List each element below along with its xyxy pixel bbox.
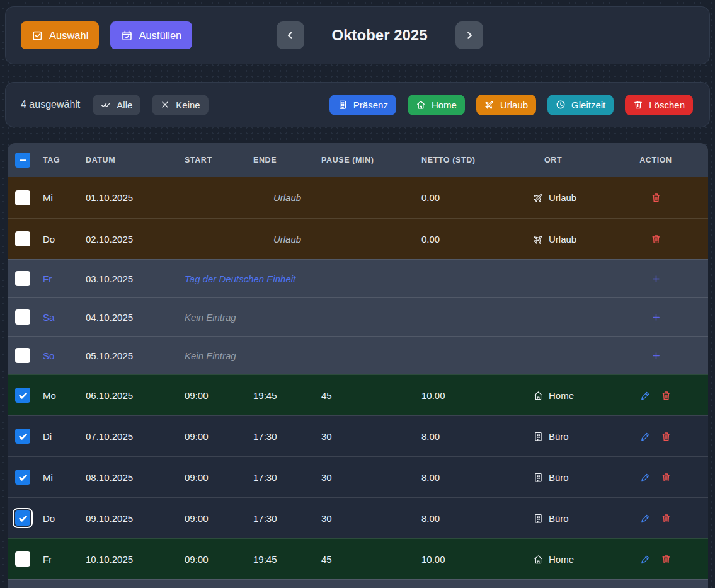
row-checkbox[interactable] (15, 309, 30, 325)
row-netto: 10.00 (421, 390, 533, 401)
row-pause: 30 (321, 472, 421, 483)
row-checkbox[interactable] (15, 231, 30, 246)
pencil-icon (640, 390, 651, 401)
home-button[interactable]: Home (408, 95, 465, 115)
loeschen-label: Löschen (649, 100, 685, 110)
row-pause: 45 (321, 390, 421, 401)
row-checkbox[interactable] (15, 429, 30, 444)
chevron-right-icon (463, 29, 476, 42)
edit-entry-button[interactable] (640, 472, 651, 483)
row-checkbox[interactable] (15, 388, 30, 403)
next-month-button[interactable] (455, 21, 483, 49)
row-end: 17:30 (253, 513, 321, 524)
row-location-label: Urlaub (549, 234, 576, 245)
x-icon (160, 100, 170, 110)
urlaub-button[interactable]: Urlaub (476, 95, 536, 115)
delete-entry-button[interactable] (661, 554, 672, 565)
row-day: So (43, 350, 86, 361)
row-vacation-note: Urlaub (253, 234, 321, 245)
delete-entry-button[interactable] (661, 390, 672, 401)
trash-icon (661, 554, 672, 565)
table-row: Sa04.10.2025Kein Eintrag (8, 297, 708, 336)
trash-icon (633, 100, 643, 110)
gleitzeit-label: Gleitzeit (571, 100, 605, 110)
loeschen-button[interactable]: Löschen (625, 95, 693, 115)
plane-icon (533, 234, 544, 245)
row-date: 10.10.2025 (86, 554, 185, 565)
auswahl-button[interactable]: Auswahl (21, 21, 99, 49)
ausfuellen-button-label: Ausfüllen (139, 30, 181, 42)
column-header-action: ACTION (639, 156, 708, 164)
row-date: 02.10.2025 (86, 234, 185, 245)
trash-icon (661, 472, 672, 483)
row-location: Büro (533, 513, 639, 524)
row-actions (639, 472, 708, 483)
row-netto: 10.00 (421, 554, 533, 565)
row-location: Büro (533, 472, 639, 483)
row-checkbox[interactable] (15, 470, 30, 485)
row-checkbox[interactable] (15, 271, 30, 286)
row-location-label: Home (549, 554, 574, 565)
row-checkbox[interactable] (15, 510, 30, 526)
row-checkbox[interactable] (15, 551, 30, 567)
row-actions (639, 390, 708, 401)
building-icon (338, 100, 348, 110)
edit-entry-button[interactable] (640, 390, 651, 401)
row-pause: 45 (321, 554, 421, 565)
select-none-label: Keine (176, 100, 200, 110)
row-netto: 0.00 (421, 192, 533, 203)
delete-entry-button[interactable] (651, 234, 661, 245)
add-entry-button[interactable] (651, 274, 661, 284)
row-checkbox[interactable] (15, 348, 30, 363)
table-row: Mi08.10.202509:0017:30308.00Büro (8, 456, 708, 497)
selected-count: 4 ausgewählt (21, 99, 80, 110)
column-header-netto: NETTO (STD) (421, 156, 533, 164)
column-header-pause: PAUSE (MIN) (321, 156, 421, 164)
row-netto: 8.00 (421, 431, 533, 442)
pencil-icon (640, 472, 651, 483)
select-all-button[interactable]: Alle (93, 95, 140, 115)
plus-icon (651, 313, 661, 322)
select-none-button[interactable]: Keine (152, 95, 208, 115)
add-entry-button[interactable] (651, 351, 661, 360)
trash-icon (661, 390, 672, 401)
delete-entry-button[interactable] (651, 192, 661, 203)
plus-icon (651, 351, 661, 360)
row-checkbox[interactable] (15, 190, 30, 205)
delete-entry-button[interactable] (661, 472, 672, 483)
row-day: Mo (43, 390, 86, 401)
edit-entry-button[interactable] (640, 431, 651, 442)
row-end: 17:30 (253, 431, 321, 442)
row-start: 09:00 (185, 472, 253, 483)
row-end: 17:30 (253, 472, 321, 483)
row-location: Büro (533, 431, 639, 442)
gleitzeit-button[interactable]: Gleitzeit (547, 95, 614, 115)
delete-entry-button[interactable] (661, 513, 672, 524)
prev-month-button[interactable] (276, 21, 304, 49)
trash-icon (651, 192, 661, 203)
row-location-label: Büro (549, 513, 569, 524)
row-pause: 30 (321, 513, 421, 524)
row-start: 09:00 (185, 554, 253, 565)
minus-icon (18, 155, 28, 166)
row-actions (639, 313, 708, 322)
delete-entry-button[interactable] (661, 431, 672, 442)
add-entry-button[interactable] (651, 313, 661, 322)
row-date: 08.10.2025 (86, 472, 185, 483)
trash-icon (651, 234, 661, 245)
trash-icon (661, 431, 672, 442)
edit-entry-button[interactable] (640, 513, 651, 524)
select-all-checkbox[interactable] (15, 153, 30, 168)
row-pause: 30 (321, 431, 421, 442)
building-icon (533, 472, 544, 483)
auswahl-button-label: Auswahl (49, 30, 88, 42)
row-day: Mi (43, 472, 86, 483)
clock-icon (556, 100, 566, 110)
praesenz-button[interactable]: Präsenz (329, 95, 396, 115)
row-start: 09:00 (185, 390, 253, 401)
row-start: 09:00 (185, 513, 253, 524)
ausfuellen-button[interactable]: Ausfüllen (110, 21, 192, 49)
row-actions (639, 351, 708, 360)
edit-entry-button[interactable] (640, 554, 651, 565)
row-vacation-note: Urlaub (253, 192, 321, 203)
